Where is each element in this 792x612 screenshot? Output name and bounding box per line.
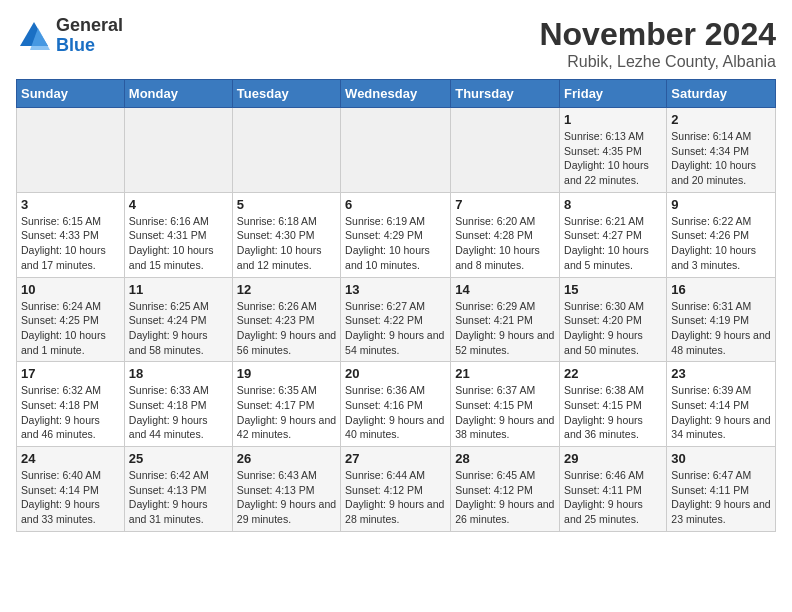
logo-blue: Blue: [56, 36, 123, 56]
day-cell: 3Sunrise: 6:15 AM Sunset: 4:33 PM Daylig…: [17, 192, 125, 277]
day-number: 2: [671, 112, 771, 127]
week-row-5: 24Sunrise: 6:40 AM Sunset: 4:14 PM Dayli…: [17, 447, 776, 532]
day-cell: 21Sunrise: 6:37 AM Sunset: 4:15 PM Dayli…: [451, 362, 560, 447]
day-cell: 15Sunrise: 6:30 AM Sunset: 4:20 PM Dayli…: [560, 277, 667, 362]
day-cell: [124, 108, 232, 193]
day-number: 3: [21, 197, 120, 212]
week-row-4: 17Sunrise: 6:32 AM Sunset: 4:18 PM Dayli…: [17, 362, 776, 447]
day-info: Sunrise: 6:42 AM Sunset: 4:13 PM Dayligh…: [129, 468, 228, 527]
day-info: Sunrise: 6:27 AM Sunset: 4:22 PM Dayligh…: [345, 299, 446, 358]
day-number: 24: [21, 451, 120, 466]
day-cell: 27Sunrise: 6:44 AM Sunset: 4:12 PM Dayli…: [341, 447, 451, 532]
day-info: Sunrise: 6:29 AM Sunset: 4:21 PM Dayligh…: [455, 299, 555, 358]
day-number: 7: [455, 197, 555, 212]
day-cell: 29Sunrise: 6:46 AM Sunset: 4:11 PM Dayli…: [560, 447, 667, 532]
day-info: Sunrise: 6:39 AM Sunset: 4:14 PM Dayligh…: [671, 383, 771, 442]
day-cell: 2Sunrise: 6:14 AM Sunset: 4:34 PM Daylig…: [667, 108, 776, 193]
day-number: 1: [564, 112, 662, 127]
day-number: 15: [564, 282, 662, 297]
day-cell: 16Sunrise: 6:31 AM Sunset: 4:19 PM Dayli…: [667, 277, 776, 362]
day-number: 11: [129, 282, 228, 297]
week-row-2: 3Sunrise: 6:15 AM Sunset: 4:33 PM Daylig…: [17, 192, 776, 277]
logo: General Blue: [16, 16, 123, 56]
weekday-header-friday: Friday: [560, 80, 667, 108]
day-cell: [341, 108, 451, 193]
month-title: November 2024: [539, 16, 776, 53]
calendar-body: 1Sunrise: 6:13 AM Sunset: 4:35 PM Daylig…: [17, 108, 776, 532]
day-info: Sunrise: 6:20 AM Sunset: 4:28 PM Dayligh…: [455, 214, 555, 273]
calendar-header: SundayMondayTuesdayWednesdayThursdayFrid…: [17, 80, 776, 108]
day-cell: 14Sunrise: 6:29 AM Sunset: 4:21 PM Dayli…: [451, 277, 560, 362]
day-info: Sunrise: 6:24 AM Sunset: 4:25 PM Dayligh…: [21, 299, 120, 358]
day-info: Sunrise: 6:19 AM Sunset: 4:29 PM Dayligh…: [345, 214, 446, 273]
day-info: Sunrise: 6:46 AM Sunset: 4:11 PM Dayligh…: [564, 468, 662, 527]
day-cell: 19Sunrise: 6:35 AM Sunset: 4:17 PM Dayli…: [232, 362, 340, 447]
day-number: 28: [455, 451, 555, 466]
day-info: Sunrise: 6:26 AM Sunset: 4:23 PM Dayligh…: [237, 299, 336, 358]
day-cell: 4Sunrise: 6:16 AM Sunset: 4:31 PM Daylig…: [124, 192, 232, 277]
day-cell: [451, 108, 560, 193]
day-cell: 10Sunrise: 6:24 AM Sunset: 4:25 PM Dayli…: [17, 277, 125, 362]
day-cell: 12Sunrise: 6:26 AM Sunset: 4:23 PM Dayli…: [232, 277, 340, 362]
day-cell: 1Sunrise: 6:13 AM Sunset: 4:35 PM Daylig…: [560, 108, 667, 193]
day-number: 12: [237, 282, 336, 297]
day-info: Sunrise: 6:16 AM Sunset: 4:31 PM Dayligh…: [129, 214, 228, 273]
day-cell: 17Sunrise: 6:32 AM Sunset: 4:18 PM Dayli…: [17, 362, 125, 447]
day-info: Sunrise: 6:21 AM Sunset: 4:27 PM Dayligh…: [564, 214, 662, 273]
day-number: 26: [237, 451, 336, 466]
day-info: Sunrise: 6:36 AM Sunset: 4:16 PM Dayligh…: [345, 383, 446, 442]
day-info: Sunrise: 6:38 AM Sunset: 4:15 PM Dayligh…: [564, 383, 662, 442]
location: Rubik, Lezhe County, Albania: [539, 53, 776, 71]
day-info: Sunrise: 6:13 AM Sunset: 4:35 PM Dayligh…: [564, 129, 662, 188]
day-cell: 26Sunrise: 6:43 AM Sunset: 4:13 PM Dayli…: [232, 447, 340, 532]
day-info: Sunrise: 6:33 AM Sunset: 4:18 PM Dayligh…: [129, 383, 228, 442]
day-info: Sunrise: 6:25 AM Sunset: 4:24 PM Dayligh…: [129, 299, 228, 358]
day-number: 23: [671, 366, 771, 381]
day-info: Sunrise: 6:40 AM Sunset: 4:14 PM Dayligh…: [21, 468, 120, 527]
header: General Blue November 2024 Rubik, Lezhe …: [16, 16, 776, 71]
day-number: 14: [455, 282, 555, 297]
day-number: 18: [129, 366, 228, 381]
day-number: 13: [345, 282, 446, 297]
title-area: November 2024 Rubik, Lezhe County, Alban…: [539, 16, 776, 71]
day-info: Sunrise: 6:22 AM Sunset: 4:26 PM Dayligh…: [671, 214, 771, 273]
week-row-1: 1Sunrise: 6:13 AM Sunset: 4:35 PM Daylig…: [17, 108, 776, 193]
day-cell: 7Sunrise: 6:20 AM Sunset: 4:28 PM Daylig…: [451, 192, 560, 277]
day-info: Sunrise: 6:47 AM Sunset: 4:11 PM Dayligh…: [671, 468, 771, 527]
day-cell: 5Sunrise: 6:18 AM Sunset: 4:30 PM Daylig…: [232, 192, 340, 277]
day-cell: 13Sunrise: 6:27 AM Sunset: 4:22 PM Dayli…: [341, 277, 451, 362]
day-cell: 11Sunrise: 6:25 AM Sunset: 4:24 PM Dayli…: [124, 277, 232, 362]
logo-text: General Blue: [56, 16, 123, 56]
day-info: Sunrise: 6:14 AM Sunset: 4:34 PM Dayligh…: [671, 129, 771, 188]
weekday-header-monday: Monday: [124, 80, 232, 108]
day-number: 30: [671, 451, 771, 466]
day-number: 8: [564, 197, 662, 212]
day-info: Sunrise: 6:44 AM Sunset: 4:12 PM Dayligh…: [345, 468, 446, 527]
day-number: 17: [21, 366, 120, 381]
day-cell: 23Sunrise: 6:39 AM Sunset: 4:14 PM Dayli…: [667, 362, 776, 447]
day-cell: 25Sunrise: 6:42 AM Sunset: 4:13 PM Dayli…: [124, 447, 232, 532]
week-row-3: 10Sunrise: 6:24 AM Sunset: 4:25 PM Dayli…: [17, 277, 776, 362]
weekday-header-tuesday: Tuesday: [232, 80, 340, 108]
day-info: Sunrise: 6:43 AM Sunset: 4:13 PM Dayligh…: [237, 468, 336, 527]
day-info: Sunrise: 6:32 AM Sunset: 4:18 PM Dayligh…: [21, 383, 120, 442]
day-cell: 8Sunrise: 6:21 AM Sunset: 4:27 PM Daylig…: [560, 192, 667, 277]
day-info: Sunrise: 6:15 AM Sunset: 4:33 PM Dayligh…: [21, 214, 120, 273]
day-number: 22: [564, 366, 662, 381]
day-number: 29: [564, 451, 662, 466]
day-number: 16: [671, 282, 771, 297]
weekday-header-sunday: Sunday: [17, 80, 125, 108]
day-number: 25: [129, 451, 228, 466]
day-number: 4: [129, 197, 228, 212]
day-info: Sunrise: 6:30 AM Sunset: 4:20 PM Dayligh…: [564, 299, 662, 358]
day-number: 27: [345, 451, 446, 466]
day-cell: 9Sunrise: 6:22 AM Sunset: 4:26 PM Daylig…: [667, 192, 776, 277]
day-cell: 20Sunrise: 6:36 AM Sunset: 4:16 PM Dayli…: [341, 362, 451, 447]
day-number: 19: [237, 366, 336, 381]
weekday-header-wednesday: Wednesday: [341, 80, 451, 108]
day-number: 6: [345, 197, 446, 212]
day-cell: 18Sunrise: 6:33 AM Sunset: 4:18 PM Dayli…: [124, 362, 232, 447]
day-cell: 6Sunrise: 6:19 AM Sunset: 4:29 PM Daylig…: [341, 192, 451, 277]
calendar: SundayMondayTuesdayWednesdayThursdayFrid…: [16, 79, 776, 532]
day-info: Sunrise: 6:35 AM Sunset: 4:17 PM Dayligh…: [237, 383, 336, 442]
